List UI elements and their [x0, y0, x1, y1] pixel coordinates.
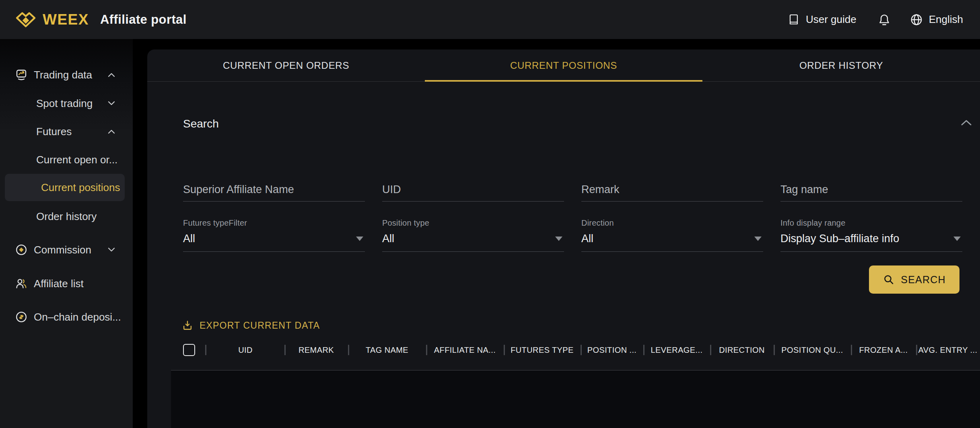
tab-order-history[interactable]: ORDER HISTORY [702, 49, 980, 81]
tab-label: CURRENT OPEN ORDERS [223, 60, 349, 71]
sidebar-item-label: Current positions [41, 181, 120, 194]
affiliate-list-icon [15, 278, 27, 290]
chevron-down-icon [107, 101, 116, 106]
top-bar: WEEX Affiliate portal User guide [0, 0, 980, 39]
tab-label: ORDER HISTORY [799, 60, 883, 71]
sidebar-item-label: Spot trading [36, 97, 93, 110]
chevron-up-icon [960, 119, 973, 127]
bell-icon [877, 13, 891, 27]
column-header-frozen-a: FROZEN A... [851, 343, 916, 357]
search-icon [883, 274, 895, 286]
search-button[interactable]: SEARCH [869, 265, 959, 294]
chevron-up-icon [107, 129, 116, 134]
remark-input[interactable] [581, 178, 763, 201]
select-label: Position type [382, 218, 564, 228]
globe-icon [910, 13, 923, 27]
collapse-search-button[interactable] [960, 119, 973, 127]
tab-label: CURRENT POSITIONS [510, 60, 617, 71]
position-type-dropdown[interactable]: All [382, 233, 564, 252]
language-selector[interactable]: English [910, 13, 963, 27]
select-value: All [183, 233, 195, 245]
sidebar-item-affiliate-list[interactable]: Affiliate list [0, 276, 133, 292]
sidebar-item-order-history[interactable]: Order history [0, 208, 133, 224]
select-label: Futures typeFilter [183, 218, 365, 228]
select-value: Display Sub–affiliate info [780, 233, 899, 245]
download-icon [182, 320, 193, 331]
sidebar-item-spot-trading[interactable]: Spot trading [0, 95, 133, 111]
select-label: Direction [581, 218, 763, 228]
sidebar-item-label: Futures [36, 126, 72, 138]
sidebar-item-label: Affiliate list [34, 278, 84, 290]
column-header-affiliate-na: AFFILIATE NA... [426, 343, 504, 357]
sidebar-item-label: Current open or... [36, 154, 117, 166]
chevron-up-icon [107, 72, 116, 78]
search-button-label: SEARCH [901, 274, 945, 286]
main-card: CURRENT OPEN ORDERSCURRENT POSITIONSORDE… [147, 49, 980, 428]
sidebar-item-current-open-orders[interactable]: Current open or... [0, 152, 133, 168]
tag-name-input[interactable] [780, 178, 962, 201]
select-futures-type-filter: Futures typeFilterAll [183, 218, 365, 252]
sidebar-item-futures[interactable]: Futures [0, 123, 133, 140]
column-header-remark: REMARK [284, 343, 348, 357]
caret-down-icon [555, 237, 562, 241]
book-icon [787, 13, 800, 26]
uid-input[interactable] [382, 178, 564, 201]
column-header-tag-name: TAG NAME [348, 343, 426, 357]
sidebar-item-commission[interactable]: Commission [0, 242, 133, 258]
column-header-avg-entry: AVG. ENTRY ... [916, 343, 980, 357]
tab-current-positions[interactable]: CURRENT POSITIONS [425, 49, 702, 81]
direction-dropdown[interactable]: All [581, 233, 763, 252]
search-section-title: Search [183, 117, 219, 130]
user-guide-link[interactable]: User guide [787, 13, 856, 26]
select-value: All [581, 233, 593, 245]
sidebar-item-on-chain-deposit[interactable]: On–chain deposi... [0, 309, 133, 325]
language-label: English [929, 13, 963, 26]
export-current-data-button[interactable]: EXPORT CURRENT DATA [182, 320, 320, 331]
info-display-range-dropdown[interactable]: Display Sub–affiliate info [780, 233, 962, 252]
field-tag-name [780, 178, 962, 202]
sidebar-item-trading-data[interactable]: Trading data [0, 67, 133, 83]
column-header-futures-type: FUTURES TYPE [504, 343, 581, 357]
column-header-direction: DIRECTION [710, 343, 774, 357]
select-position-type: Position typeAll [382, 218, 564, 252]
trading-data-icon [15, 69, 27, 81]
table-body-empty [171, 370, 980, 428]
caret-down-icon [754, 237, 762, 241]
field-uid [382, 178, 564, 202]
futures-type-filter-dropdown[interactable]: All [183, 233, 365, 252]
tab-current-open-orders[interactable]: CURRENT OPEN ORDERS [147, 49, 425, 81]
sidebar-nav: Trading dataSpot tradingFuturesCurrent o… [0, 39, 133, 428]
select-label: Info display range [780, 218, 962, 228]
brand[interactable]: WEEX [14, 11, 89, 29]
column-header-position: POSITION ... [581, 343, 643, 357]
weex-logo-icon [14, 11, 37, 29]
superior-affiliate-name-input[interactable] [183, 178, 365, 201]
sidebar-item-current-positions[interactable]: Current positions [5, 174, 125, 201]
table-header-row: UIDREMARKTAG NAMEAFFILIATE NA...FUTURES … [183, 343, 980, 357]
tab-bar: CURRENT OPEN ORDERSCURRENT POSITIONSORDE… [147, 49, 980, 82]
sidebar-item-label: Trading data [34, 69, 92, 81]
select-value: All [382, 233, 394, 245]
sidebar-item-label: Order history [36, 210, 97, 223]
chevron-down-icon [107, 247, 116, 253]
field-remark [581, 178, 763, 202]
caret-down-icon [953, 237, 961, 241]
select-direction: DirectionAll [581, 218, 763, 252]
sidebar-item-label: Commission [34, 244, 91, 256]
brand-name: WEEX [43, 11, 89, 28]
column-header-leverage: LEVERAGE... [643, 343, 710, 357]
column-header-position-qu: POSITION QU... [774, 343, 851, 357]
export-label: EXPORT CURRENT DATA [200, 320, 320, 331]
column-header-uid: UID [206, 343, 284, 357]
page-title: Affiliate portal [100, 12, 187, 27]
commission-icon [15, 244, 27, 256]
notifications-button[interactable] [877, 13, 891, 27]
on-chain-deposit-icon [15, 311, 27, 323]
field-superior-affiliate-name [183, 178, 365, 202]
sidebar-item-label: On–chain deposi... [34, 311, 121, 323]
select-all-checkbox[interactable] [183, 344, 195, 356]
select-info-display-range: Info display rangeDisplay Sub–affiliate … [780, 218, 962, 252]
user-guide-label: User guide [806, 13, 856, 26]
caret-down-icon [356, 237, 363, 241]
